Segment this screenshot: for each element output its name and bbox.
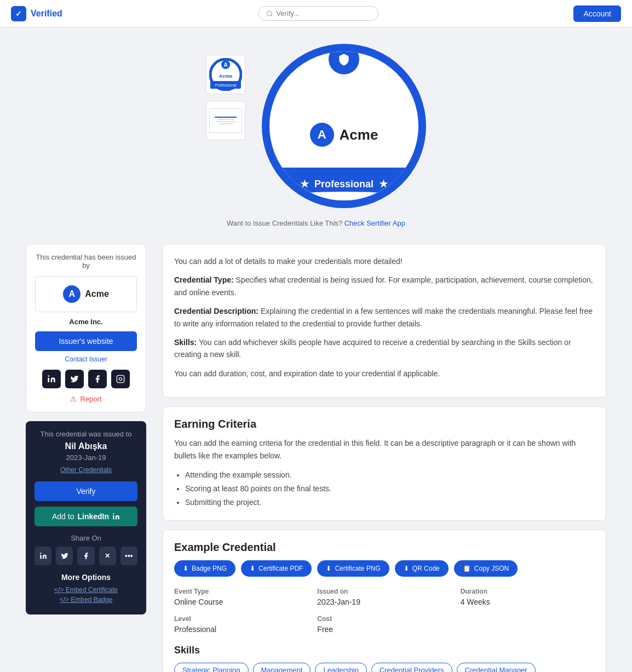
check-sertifier-link[interactable]: Check Sertifier App (344, 219, 405, 227)
cert-line-2 (217, 119, 234, 120)
more-dots: ••• (125, 552, 133, 560)
badge-png-button[interactable]: ⬇ Badge PNG (174, 560, 235, 577)
cost-item: Cost Free (317, 615, 451, 634)
skills-label: Skills: (174, 338, 197, 347)
badge-logo-row: A Acme (310, 123, 378, 147)
svg-rect-7 (48, 378, 49, 382)
cert-png-label: Certificate PNG (335, 565, 380, 572)
credential-desc-label: Credential Description: (174, 307, 258, 315)
badge-company-name: Acme (340, 127, 378, 143)
other-credentials-link[interactable]: Other Credentials (35, 466, 137, 474)
skills-tags: Strategic Planning Management Leadership… (174, 663, 595, 672)
credential-desc-para: Credential Description: Explaining the c… (174, 305, 595, 330)
search-input[interactable] (276, 9, 370, 18)
certificate-thumbnail[interactable] (206, 101, 245, 140)
skill-tag-1: Management (253, 663, 311, 672)
verify-button[interactable]: Verify (35, 481, 137, 501)
svg-point-12 (113, 513, 114, 514)
instagram-icon[interactable] (111, 370, 130, 388)
earning-intro: You can add the earning criteria for the… (174, 437, 595, 462)
share-linkedin-icon[interactable] (35, 547, 51, 565)
twitter-icon[interactable] (65, 370, 84, 388)
badge-png-icon: ⬇ (183, 565, 188, 572)
share-xing-icon[interactable]: ✕ (99, 547, 116, 565)
svg-rect-9 (117, 375, 124, 382)
earning-list: Attending the example session. Scoring a… (174, 468, 595, 510)
svg-text:Professional: Professional (215, 83, 237, 87)
earning-item-2: Scoring at least 80 points on the final … (185, 482, 595, 496)
example-section: Example Credential ⬇ Badge PNG ⬇ Certifi… (163, 530, 606, 672)
want-to-issue: Want to Issue Credentials Like This? Che… (26, 219, 606, 227)
badge-thumbnail[interactable]: A Acme Professional (206, 55, 245, 94)
recipient-name: Nil Abışka (35, 441, 137, 451)
logo: ✓ Verified (11, 6, 62, 21)
badge-level: Professional (314, 179, 374, 190)
content-area: This credential has been issued by A Acm… (26, 244, 606, 672)
share-more-icon[interactable]: ••• (120, 547, 137, 565)
linkedin-icon[interactable] (42, 370, 61, 388)
skills-para: Skills: You can add whichever skills peo… (174, 336, 595, 361)
embed-certificate-link[interactable]: </> Embed Certificate (35, 586, 137, 594)
skill-tag-3: Credential Providers (371, 663, 452, 672)
level-label: Level (174, 615, 308, 623)
level-value: Professional (174, 625, 308, 634)
cost-label: Cost (317, 615, 451, 623)
cert-png-button[interactable]: ⬇ Certificate PNG (317, 560, 389, 577)
qr-code-button[interactable]: ⬇ QR Code (395, 560, 449, 577)
want-to-issue-text: Want to Issue Credentials Like This? (227, 219, 342, 227)
main-container: A Acme Professional (15, 27, 617, 672)
report-icon: ⚠ (70, 395, 77, 403)
credential-type-para: Credential Type: Specifies what credenti… (174, 274, 595, 298)
cert-line-1 (215, 117, 237, 118)
copy-json-button[interactable]: 📋 Copy JSON (454, 560, 518, 577)
qr-label: QR Code (412, 565, 440, 572)
details-grid: Event Type Online Course Issued on 2023-… (174, 588, 595, 634)
embed-badge-link[interactable]: </> Embed Badge (35, 596, 137, 604)
issuer-name-logo: Acme (85, 289, 109, 299)
issued-on-item: Issued on 2023-Jan-19 (317, 588, 451, 606)
linkedin-word: LinkedIn (77, 512, 109, 521)
badge-section: A Acme Professional (26, 44, 606, 208)
cert-thumb-inner (209, 108, 242, 133)
download-buttons: ⬇ Badge PNG ⬇ Certificate PDF ⬇ Certific… (174, 560, 595, 577)
svg-text:A: A (223, 62, 227, 68)
svg-point-0 (267, 11, 271, 15)
right-content: You can add a lot of details to make you… (163, 244, 606, 672)
facebook-icon[interactable] (88, 370, 107, 388)
cert-pdf-button[interactable]: ⬇ Certificate PDF (241, 560, 312, 577)
earning-title: Earning Criteria (174, 418, 595, 430)
cert-line-3 (216, 121, 235, 122)
badge-main: A Acme ★ Professional ★ (262, 44, 426, 208)
share-facebook-icon[interactable] (77, 547, 94, 565)
svg-point-8 (48, 375, 49, 377)
event-type-item: Event Type Online Course (174, 588, 308, 606)
cert-line-4 (219, 123, 233, 124)
account-button[interactable]: Account (573, 5, 621, 22)
share-on-title: Share On (35, 534, 137, 542)
contact-issuer-link[interactable]: Contact Issuer (35, 355, 137, 363)
linkedin-btn-text: Add to (52, 512, 74, 521)
intro-text: You can add a lot of details to make you… (174, 255, 595, 267)
badge-letter: A (310, 123, 334, 147)
badge-thumbnails: A Acme Professional (206, 44, 245, 140)
search-bar (258, 6, 378, 21)
issue-date: 2023-Jan-19 (35, 453, 137, 462)
issuer-website-button[interactable]: Issuer's website (35, 331, 137, 351)
cert-png-icon: ⬇ (326, 565, 331, 572)
issuer-letter: A (63, 285, 81, 303)
duration-label: Duration (461, 588, 595, 595)
event-type-label: Event Type (174, 588, 308, 595)
search-icon (266, 10, 273, 18)
share-twitter-icon[interactable] (56, 547, 73, 565)
badge-bottom-curve (289, 192, 399, 200)
credential-type-label: Credential Type: (174, 275, 234, 284)
report-link[interactable]: ⚠ Report (35, 395, 137, 403)
badge-png-label: Badge PNG (192, 565, 227, 572)
logo-icon: ✓ (11, 6, 26, 21)
add-to-linkedin-button[interactable]: Add to LinkedIn (35, 507, 137, 526)
logo-text: Verified (31, 9, 62, 19)
copy-json-label: Copy JSON (474, 565, 509, 572)
issued-to-card: This credential was issued to Nil Abışka… (26, 421, 146, 614)
issued-by-card: This credential has been issued by A Acm… (26, 244, 146, 412)
level-item: Level Professional (174, 615, 308, 634)
